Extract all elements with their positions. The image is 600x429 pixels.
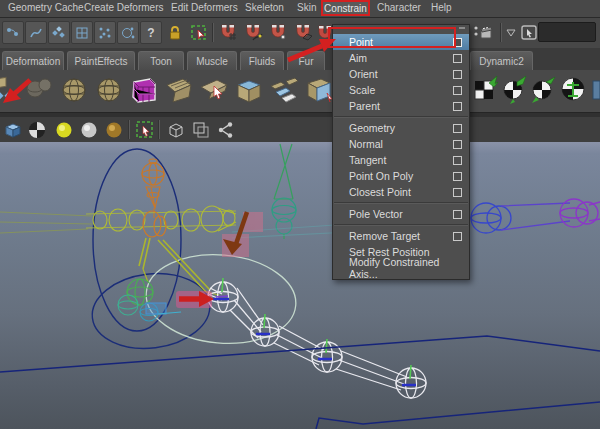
nonlinear-sphere-icon[interactable] <box>58 73 90 105</box>
select-particle-icon[interactable] <box>94 21 116 44</box>
point-constraint-icon[interactable] <box>472 73 499 105</box>
menu-item-closest-point[interactable]: Closest Point <box>333 184 469 200</box>
menu-edit-deformers[interactable]: Edit Deformers <box>171 2 238 13</box>
shadows-icon[interactable] <box>103 119 124 140</box>
menu-geometry-cache[interactable]: Geometry Cache <box>8 2 84 13</box>
constraint-icon-partial[interactable] <box>591 73 600 105</box>
parent-constraint-icon[interactable] <box>559 73 587 105</box>
red-arrow-foot-annotation <box>176 291 214 308</box>
construction-history-icon[interactable] <box>472 21 494 44</box>
textured-sphere-icon[interactable] <box>26 119 47 140</box>
bend-deformer-icon[interactable] <box>163 73 195 105</box>
wedge-deformer-icon[interactable] <box>303 73 335 105</box>
menu-item-point-on-poly[interactable]: Point On Poly <box>333 168 469 184</box>
viewport-3d[interactable] <box>0 142 600 429</box>
menu-separator <box>334 116 468 118</box>
shelf-tab-painteffects[interactable]: PaintEffects <box>67 51 135 70</box>
numeric-input-field[interactable] <box>538 22 596 42</box>
red-box-point-item <box>328 27 456 48</box>
wireframe-icon[interactable] <box>165 119 186 140</box>
white-joint-chain <box>208 282 426 398</box>
isolate-select-icon[interactable] <box>134 119 155 140</box>
lattice-icon[interactable] <box>128 73 160 105</box>
nonlinear-sphere-icon-2[interactable] <box>93 73 125 105</box>
menu-item-orient[interactable]: Orient <box>333 66 469 82</box>
shelf <box>0 70 600 112</box>
select-misc-icon[interactable] <box>117 21 139 44</box>
menu-constrain-label: Constrain <box>324 3 367 14</box>
menu-item-aim[interactable]: Aim <box>333 50 469 66</box>
menu-skeleton[interactable]: Skeleton <box>245 2 284 13</box>
menu-item-modify-constrained-axis[interactable]: Modify Constrained Axis... <box>333 260 469 276</box>
panel-toolbar <box>0 117 600 143</box>
separator <box>500 23 502 42</box>
menu-item-normal[interactable]: Normal <box>333 136 469 152</box>
maya-window: Geometry Cache Create Deformers Edit Def… <box>0 0 600 429</box>
option-box[interactable] <box>453 172 462 181</box>
snap-to-curve-icon[interactable] <box>242 21 264 44</box>
snap-to-grid-icon[interactable] <box>217 21 239 44</box>
orient-constraint-icon[interactable] <box>530 73 557 105</box>
menu-create-deformers[interactable]: Create Deformers <box>84 2 163 13</box>
all-lights-icon[interactable] <box>78 119 99 140</box>
red-arrow-to-point <box>280 34 342 64</box>
select-surface-icon[interactable] <box>48 21 70 44</box>
menu-item-scale[interactable]: Scale <box>333 82 469 98</box>
shelf-tab-deformation[interactable]: Deformation <box>2 51 64 70</box>
aim-constraint-icon[interactable] <box>501 73 528 105</box>
viewport-scene <box>0 142 600 429</box>
xray-icon[interactable] <box>190 119 211 140</box>
option-box[interactable] <box>453 210 462 219</box>
rig-head-orange <box>142 159 164 218</box>
lock-selection-icon[interactable] <box>164 21 186 44</box>
wrap-deformer-icon[interactable] <box>233 73 265 105</box>
separator <box>212 23 214 42</box>
option-box[interactable] <box>453 232 462 241</box>
option-box[interactable] <box>453 188 462 197</box>
menu-item-tangent[interactable]: Tangent <box>333 152 469 168</box>
perspective-cube-icon[interactable] <box>2 119 23 140</box>
menu-help[interactable]: Help <box>431 2 452 13</box>
select-lattice-icon[interactable] <box>71 21 93 44</box>
help-icon[interactable]: ? <box>140 21 162 44</box>
shelf-tab-fluids[interactable]: Fluids <box>240 51 284 70</box>
menu-constrain-highlighted[interactable]: Constrain <box>321 0 370 16</box>
shelf-tab-muscle[interactable]: Muscle <box>187 51 237 70</box>
rig-hands-green <box>118 279 181 321</box>
grid-edge-lines <box>0 336 600 429</box>
shelf-tab-dynamic2[interactable]: Dynamic2 <box>470 51 533 70</box>
option-box[interactable] <box>453 124 462 133</box>
highlight-selection-icon[interactable] <box>188 21 210 44</box>
option-box[interactable] <box>453 156 462 165</box>
option-box[interactable] <box>453 70 462 79</box>
menu-item-remove-target[interactable]: Remove Target <box>333 228 469 244</box>
navy-control-curves <box>88 149 214 355</box>
option-box[interactable] <box>453 102 462 111</box>
flare-deformer-icon[interactable] <box>198 73 230 105</box>
menu-item-parent[interactable]: Parent <box>333 98 469 114</box>
select-hierarchy-icon[interactable] <box>2 21 24 44</box>
menu-character[interactable]: Character <box>377 2 421 13</box>
menu-skin[interactable]: Skin <box>297 2 316 13</box>
shelf-tab-toon[interactable]: Toon <box>138 51 184 70</box>
constrain-menu-popup: Point Aim Orient Scale Parent Geometry N… <box>332 24 470 280</box>
option-box[interactable] <box>453 86 462 95</box>
share-view-icon[interactable] <box>215 119 236 140</box>
svg-text:?: ? <box>147 26 154 40</box>
select-tool-box-icon[interactable] <box>518 21 540 44</box>
menu-item-geometry[interactable]: Geometry <box>333 120 469 136</box>
menu-separator <box>334 202 468 204</box>
separator <box>158 120 160 139</box>
option-box[interactable] <box>453 140 462 149</box>
red-arrow-to-shelf <box>0 72 42 108</box>
menu-item-pole-vector[interactable]: Pole Vector <box>333 206 469 222</box>
option-box[interactable] <box>453 54 462 63</box>
select-curve-icon[interactable] <box>25 21 47 44</box>
split-deformer-icon[interactable] <box>268 73 300 105</box>
ik-handle-green <box>272 144 296 239</box>
offscreen-arm-lines <box>0 212 92 233</box>
default-light-icon[interactable] <box>53 119 74 140</box>
dropdown-triangle-icon[interactable] <box>503 21 519 44</box>
menu-separator <box>334 224 468 226</box>
separator <box>128 120 130 139</box>
